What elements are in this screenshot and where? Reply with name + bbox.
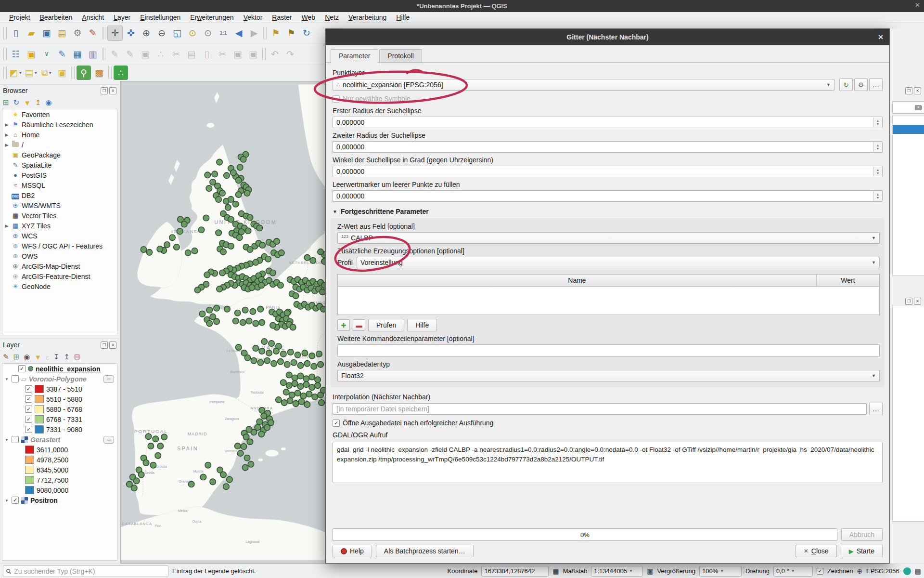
table-header-name[interactable]: Name — [338, 275, 817, 286]
table-header-wert[interactable]: Wert — [817, 275, 879, 286]
advanced-options-button[interactable]: ⚙ — [854, 79, 868, 91]
add-mssql-icon[interactable]: ▦ — [70, 47, 85, 61]
new-bookmark-icon[interactable]: ⚑ — [269, 26, 283, 40]
pruefen-button[interactable]: Prüfen — [368, 319, 404, 331]
refresh-map-icon[interactable]: ↻ — [299, 26, 314, 40]
select-by-location-icon[interactable]: ▣ — [55, 66, 69, 80]
project-properties-icon[interactable]: ⚙ — [70, 26, 85, 40]
menu-item-ansicht[interactable]: Ansicht — [77, 13, 108, 22]
expand-icon[interactable]: ▶ — [4, 223, 9, 228]
save-project-icon[interactable]: ▣ — [39, 26, 54, 40]
lock-icon[interactable]: ▣ — [647, 567, 653, 575]
layer-item-5880-6768[interactable]: ✓5880 - 6768 — [2, 404, 117, 414]
identify-features-icon[interactable]: ▤▼ — [24, 66, 38, 80]
layer-item-7712-7500[interactable]: 7712,7500 — [2, 475, 117, 485]
zoom-last-icon[interactable]: ◀ — [231, 26, 246, 40]
koordinate-input[interactable]: 1673384,1287642 — [481, 566, 549, 577]
profil-combo[interactable]: Voreinstellung ▼ — [357, 257, 880, 268]
layer-float-icon[interactable]: ❐ — [101, 342, 108, 349]
drehung-spin[interactable]: 0,0 ° ▼ — [773, 566, 813, 577]
browser-item-vector-tiles[interactable]: ▦Vector Tiles — [2, 210, 117, 221]
layer-item-5510-5880[interactable]: ✓5510 - 5880 — [2, 394, 117, 404]
add-option-button[interactable]: ✚ — [337, 319, 350, 331]
menu-item-vektor[interactable]: Vektor — [239, 13, 267, 22]
browser-item-wms-wmts[interactable]: ⊕WMS/WMTS — [2, 200, 117, 210]
radius2-spinbox[interactable]: 0,000000 ▲▼ — [333, 141, 883, 153]
output-file-input[interactable]: [In temporärer Datei speichern] — [333, 403, 867, 415]
menu-item-hilfe[interactable]: Hilfe — [392, 13, 414, 22]
datasource-manager-icon[interactable]: ☷ — [9, 47, 23, 61]
layer-item-6345-5000[interactable]: 6345,5000 — [2, 465, 117, 475]
zoom-next-icon[interactable]: ▶ — [247, 26, 261, 40]
browser-item--[interactable]: ▶/ — [2, 140, 117, 150]
add-vector-layer-icon[interactable]: V — [39, 47, 54, 61]
browser-item-spatialite[interactable]: ✎SpatiaLite — [2, 160, 117, 170]
clear-search-icon[interactable]: ✕ — [915, 105, 922, 110]
processing-search-input[interactable]: ✕ — [892, 101, 924, 114]
expand-icon[interactable]: ▶ — [4, 122, 9, 127]
options-table-body[interactable] — [338, 287, 879, 315]
filter-legend-icon[interactable]: ▼ — [34, 353, 41, 361]
spin-arrows-icon[interactable]: ▲▼ — [873, 167, 882, 176]
select-features-icon[interactable]: ◩▼ — [9, 66, 23, 80]
open-style-icon[interactable]: ✎ — [3, 353, 9, 361]
dialog-titlebar[interactable]: Gitter (Nächster Nachbar) ✕ — [326, 29, 889, 45]
angle-spinbox[interactable]: 0,000000 ▲▼ — [333, 166, 883, 177]
menu-item-verarbeitung[interactable]: Verarbeitung — [344, 13, 391, 22]
expand-icon[interactable]: ▶ — [4, 132, 9, 137]
browser-item-r-umliche-lesezeichen[interactable]: ▶⚑Räumliche Lesezeichen — [2, 119, 117, 130]
filter-browser-icon[interactable]: ▼ — [24, 99, 31, 107]
punktlayer-combo[interactable]: ∴ neolithic_expansion [EPSG:2056] ▼ — [333, 79, 834, 91]
browser-item-arcgis-map-dienst[interactable]: ⊕ArcGIS-Map-Dienst — [2, 261, 117, 271]
add-geopackage-icon[interactable]: ▣ — [24, 47, 38, 61]
osm-search-icon[interactable]: ⚲ — [77, 66, 91, 80]
spin-arrows-icon[interactable]: ▲▼ — [873, 118, 882, 127]
tab-parameter[interactable]: Parameter — [331, 49, 378, 63]
expand-icon[interactable]: ▶ — [4, 143, 9, 147]
processing-float-icon[interactable]: ❐ — [905, 87, 912, 94]
browser-item-mssql[interactable]: ≈MSSQL — [2, 180, 117, 190]
refresh-icon[interactable]: ↻ — [13, 98, 20, 107]
remove-option-button[interactable]: ▬ — [353, 319, 365, 331]
browser-item-wfs-ogc-api-features[interactable]: ⊕WFS / OGC API - Features — [2, 241, 117, 251]
dialog-close-icon[interactable]: ✕ — [878, 33, 884, 41]
tab-protokoll[interactable]: Protokoll — [379, 49, 422, 62]
layer-checkbox[interactable] — [12, 436, 19, 443]
selected-algorithm-row[interactable] — [893, 125, 924, 134]
layer-item-9080-0000[interactable]: 9080,0000 — [2, 485, 117, 495]
browser-float-icon[interactable]: ❐ — [101, 87, 108, 94]
expand-icon[interactable]: ▾ — [4, 377, 9, 381]
layer-item-positron[interactable]: ▾✓Positron — [2, 495, 117, 505]
epsg-badge[interactable]: EPSG:2056 — [866, 567, 899, 575]
expand-icon[interactable]: ▾ — [4, 498, 9, 503]
open-project-icon[interactable]: ▰ — [24, 26, 38, 40]
zoom-to-layer-icon[interactable]: ⊙ — [201, 26, 215, 40]
add-selected-layer-icon[interactable]: ⊞ — [3, 98, 9, 107]
layout-manager-icon[interactable]: ▤ — [55, 26, 69, 40]
style-manager-icon[interactable]: ✎ — [86, 26, 100, 40]
layer-item-3611-0000[interactable]: 3611,0000 — [2, 445, 117, 455]
zeichnen-checkbox[interactable]: ✓ — [817, 568, 823, 575]
zoom-full-icon[interactable]: ◱ — [170, 26, 184, 40]
spin-arrows-icon[interactable]: ▲▼ — [873, 191, 882, 201]
zoom-in-icon[interactable]: ⊕ — [139, 26, 154, 40]
manage-visibility-icon[interactable]: ◉ — [24, 353, 30, 361]
log-icon[interactable]: ▤ — [915, 567, 921, 575]
layer-item-neolithic-expansion[interactable]: ✓neolithic_expansion — [2, 364, 117, 374]
layer-item-6768-7331[interactable]: ✓6768 - 7331 — [2, 414, 117, 424]
share-icon[interactable]: ∴ — [114, 66, 128, 80]
pan-map-icon[interactable]: ✛ — [107, 26, 123, 41]
punktlayer-browse-button[interactable]: … — [869, 79, 883, 91]
show-bookmarks-icon[interactable]: ⚑ — [284, 26, 298, 40]
outtype-combo[interactable]: Float32 ▼ — [337, 370, 880, 381]
add-spatialite-icon[interactable]: ✎ — [55, 47, 69, 61]
spin-arrows-icon[interactable]: ▲▼ — [873, 142, 882, 152]
menu-item-projekt[interactable]: Projekt — [5, 13, 35, 22]
deselect-features-icon[interactable]: ⧉▼ — [39, 66, 54, 80]
browser-item-arcgis-feature-dienst[interactable]: ⊕ArcGIS-Feature-Dienst — [2, 271, 117, 281]
new-project-icon[interactable]: ▯ — [9, 26, 23, 40]
menu-item-layer[interactable]: Layer — [109, 13, 135, 22]
menu-item-netz[interactable]: Netz — [321, 13, 343, 22]
only-selected-checkbox[interactable] — [333, 95, 340, 103]
close-button[interactable]: ✕ Close — [796, 545, 837, 557]
